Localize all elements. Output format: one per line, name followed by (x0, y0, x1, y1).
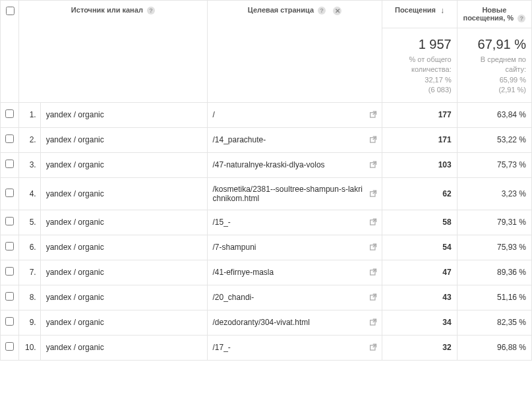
row-new-visits: 75,93 % (457, 235, 531, 260)
row-new-visits: 79,31 % (457, 210, 531, 235)
row-visits: 62 (382, 177, 457, 210)
row-checkbox[interactable] (5, 292, 14, 301)
row-new-visits: 63,84 % (457, 102, 531, 127)
table-row: 7.yandex / organic/41-efirnye-masla4789,… (1, 260, 532, 285)
row-number: 3. (19, 152, 40, 177)
header-new-visits[interactable]: Новые посещения, % ? (457, 1, 531, 28)
summary-visits-sub3: 32,17 % (425, 76, 451, 84)
row-checkbox[interactable] (5, 134, 14, 143)
summary-newv-total: 67,91 % (463, 35, 526, 53)
header-source[interactable]: Источник или канал ? (19, 1, 207, 103)
row-number: 2. (19, 127, 40, 152)
row-landing-page[interactable]: / (207, 102, 382, 127)
summary-visits-sub2: количества: (411, 65, 452, 73)
row-checkbox-cell (1, 127, 19, 152)
row-landing-page-text: /dezodoranty/304-vivat.html (213, 318, 310, 327)
row-number: 4. (19, 177, 40, 210)
row-source[interactable]: yandex / organic (40, 335, 207, 360)
row-landing-page[interactable]: /15_- (207, 210, 382, 235)
row-source[interactable]: yandex / organic (40, 235, 207, 260)
header-visits-label: Посещения (395, 6, 436, 14)
row-landing-page[interactable]: /17_- (207, 335, 382, 360)
external-link-icon[interactable] (369, 189, 378, 198)
header-landing-page[interactable]: Целевая страница ? ✕ (207, 1, 382, 103)
row-source[interactable]: yandex / organic (40, 152, 207, 177)
external-link-icon[interactable] (369, 161, 378, 169)
external-link-icon[interactable] (369, 343, 378, 352)
row-checkbox[interactable] (5, 242, 14, 250)
row-checkbox[interactable] (5, 109, 14, 118)
row-landing-page[interactable]: /41-efirnye-masla (207, 260, 382, 285)
row-visits: 32 (382, 335, 457, 360)
row-checkbox[interactable] (5, 317, 14, 326)
row-number: 6. (19, 235, 40, 260)
header-checkbox-cell (1, 1, 19, 103)
external-link-icon[interactable] (369, 293, 378, 302)
remove-dimension-icon[interactable]: ✕ (333, 7, 341, 15)
row-source[interactable]: yandex / organic (40, 210, 207, 235)
row-visits: 58 (382, 210, 457, 235)
help-icon[interactable]: ? (517, 15, 525, 22)
row-checkbox-cell (1, 210, 19, 235)
table-row: 1.yandex / organic/17763,84 % (1, 102, 532, 127)
row-visits: 47 (382, 260, 457, 285)
row-landing-page-text: / (213, 110, 215, 119)
external-link-icon[interactable] (369, 268, 378, 277)
row-landing-page[interactable]: /kosmetika/2381--soultree-shampun-s-lakr… (207, 177, 382, 210)
help-icon[interactable]: ? (147, 7, 155, 15)
row-landing-page[interactable]: /14_parachute- (207, 127, 382, 152)
table-row: 2.yandex / organic/14_parachute-17153,22… (1, 127, 532, 152)
table-row: 3.yandex / organic/47-naturalnye-kraski-… (1, 152, 532, 177)
table-row: 6.yandex / organic/7-shampuni5475,93 % (1, 235, 532, 260)
summary-visits-sub4: (6 083) (429, 86, 452, 94)
help-icon[interactable]: ? (318, 7, 326, 15)
row-checkbox[interactable] (5, 160, 14, 168)
row-checkbox[interactable] (5, 267, 14, 276)
row-visits: 34 (382, 310, 457, 335)
row-checkbox[interactable] (5, 217, 14, 225)
table-row: 10.yandex / organic/17_-3296,88 % (1, 335, 532, 360)
row-source[interactable]: yandex / organic (40, 102, 207, 127)
external-link-icon[interactable] (369, 111, 378, 119)
select-all-checkbox[interactable] (6, 7, 15, 15)
header-source-label: Источник или канал (71, 6, 143, 14)
header-visits[interactable]: Посещения ↓ (382, 1, 457, 28)
row-new-visits: 53,22 % (457, 127, 531, 152)
header-landing-page-label: Целевая страница (248, 6, 314, 14)
row-new-visits: 96,88 % (457, 335, 531, 360)
external-link-icon[interactable] (369, 136, 378, 144)
external-link-icon[interactable] (369, 318, 378, 327)
sort-desc-icon: ↓ (440, 6, 444, 15)
row-source[interactable]: yandex / organic (40, 285, 207, 310)
external-link-icon[interactable] (369, 243, 378, 252)
analytics-table: Источник или канал ? Целевая страница ? … (0, 0, 532, 361)
header-new-visits-label: Новые посещения, % (463, 6, 514, 22)
row-visits: 171 (382, 127, 457, 152)
row-checkbox-cell (1, 102, 19, 127)
row-number: 7. (19, 260, 40, 285)
row-source[interactable]: yandex / organic (40, 310, 207, 335)
row-number: 1. (19, 102, 40, 127)
row-checkbox[interactable] (5, 342, 14, 351)
table-row: 9.yandex / organic/dezodoranty/304-vivat… (1, 310, 532, 335)
row-checkbox[interactable] (5, 189, 14, 197)
row-source[interactable]: yandex / organic (40, 260, 207, 285)
row-new-visits: 75,73 % (457, 152, 531, 177)
row-checkbox-cell (1, 152, 19, 177)
row-landing-page[interactable]: /20_chandi- (207, 285, 382, 310)
row-source[interactable]: yandex / organic (40, 127, 207, 152)
row-new-visits: 51,16 % (457, 285, 531, 310)
summary-newv-sub1: В среднем по (481, 55, 526, 63)
row-checkbox-cell (1, 285, 19, 310)
row-checkbox-cell (1, 260, 19, 285)
table-row: 5.yandex / organic/15_-5879,31 % (1, 210, 532, 235)
row-landing-page[interactable]: /47-naturalnye-kraski-dlya-volos (207, 152, 382, 177)
row-landing-page[interactable]: /dezodoranty/304-vivat.html (207, 310, 382, 335)
external-link-icon[interactable] (369, 218, 378, 227)
row-landing-page-text: /kosmetika/2381--soultree-shampun-s-lakr… (213, 185, 363, 203)
row-landing-page[interactable]: /7-shampuni (207, 235, 382, 260)
table-row: 4.yandex / organic/kosmetika/2381--soult… (1, 177, 532, 210)
row-source[interactable]: yandex / organic (40, 177, 207, 210)
summary-visits-total: 1 957 (388, 35, 451, 53)
row-checkbox-cell (1, 177, 19, 210)
